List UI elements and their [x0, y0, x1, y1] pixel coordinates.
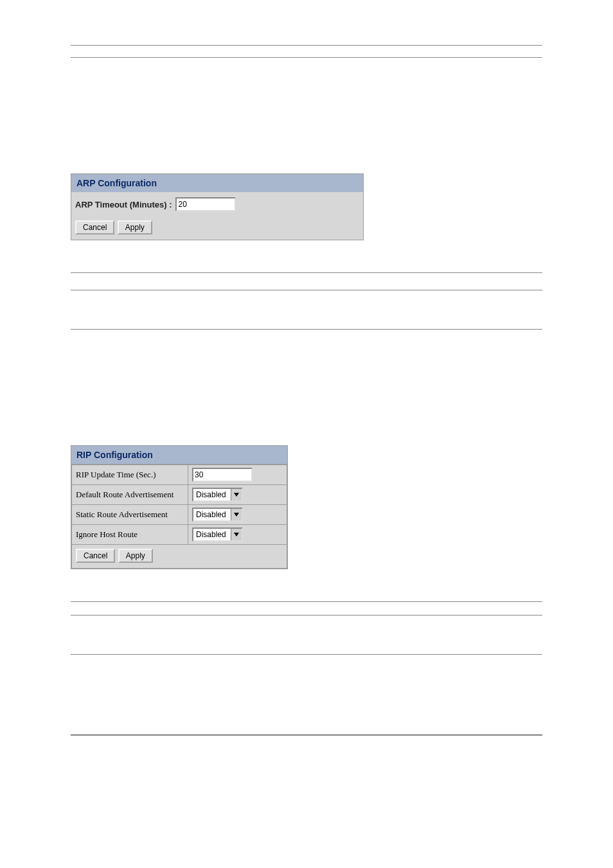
select-value: Disabled	[193, 509, 231, 520]
chevron-down-icon	[231, 509, 242, 520]
rip-update-time-input[interactable]	[192, 468, 253, 482]
default-route-label: Default Route Advertisement	[72, 485, 188, 505]
footer-divider	[71, 734, 542, 736]
arp-panel-title: ARP Configuration	[71, 174, 363, 192]
table-row: Default Route Advertisement Disabled	[72, 485, 287, 505]
ignore-host-route-select[interactable]: Disabled	[192, 527, 243, 542]
table-row: RIP Update Time (Sec.)	[72, 465, 287, 485]
chevron-down-icon	[231, 529, 242, 540]
rip-panel-title: RIP Configuration	[71, 446, 287, 465]
apply-button[interactable]: Apply	[118, 220, 152, 235]
static-route-label: Static Route Advertisement	[72, 505, 188, 525]
svg-marker-1	[234, 513, 239, 517]
apply-button[interactable]: Apply	[118, 549, 153, 563]
svg-marker-2	[234, 533, 239, 536]
arp-config-panel: ARP Configuration ARP Timeout (Minutes) …	[71, 173, 364, 240]
rip-config-panel: RIP Configuration RIP Update Time (Sec.)…	[71, 445, 288, 569]
divider	[71, 329, 542, 330]
static-route-select[interactable]: Disabled	[192, 508, 243, 522]
arp-timeout-label: ARP Timeout (Minutes) :	[74, 200, 172, 209]
divider	[71, 57, 542, 58]
table-row: Ignore Host Route Disabled	[72, 525, 287, 545]
rip-update-time-label: RIP Update Time (Sec.)	[72, 465, 188, 485]
default-route-select[interactable]: Disabled	[192, 488, 243, 502]
chevron-down-icon	[231, 489, 242, 500]
arp-timeout-input[interactable]	[175, 197, 236, 211]
select-value: Disabled	[193, 529, 231, 540]
svg-marker-0	[234, 493, 239, 497]
ignore-host-route-label: Ignore Host Route	[72, 525, 188, 545]
cancel-button[interactable]: Cancel	[76, 549, 115, 563]
table-row: Static Route Advertisement Disabled	[72, 505, 287, 525]
select-value: Disabled	[193, 489, 231, 500]
cancel-button[interactable]: Cancel	[75, 220, 114, 235]
